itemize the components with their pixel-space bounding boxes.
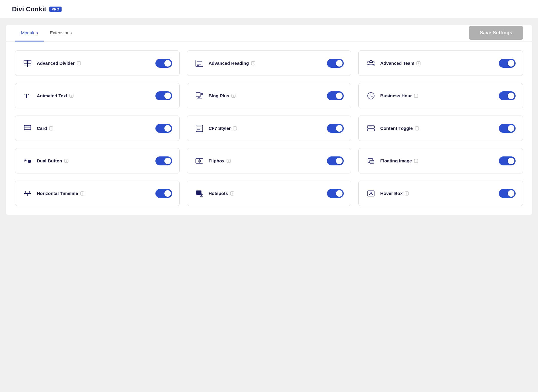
- module-info-icon-advanced-team[interactable]: [416, 61, 421, 66]
- module-toggle-flipbox[interactable]: [327, 156, 344, 165]
- svg-rect-52: [367, 129, 375, 131]
- save-settings-button[interactable]: Save Settings: [469, 26, 523, 40]
- module-label-wrap-business-hour: Business Hour: [380, 93, 418, 98]
- module-info-icon-flipbox[interactable]: [226, 159, 231, 163]
- module-name-cf7-styler: CF7 Styler: [209, 126, 231, 131]
- module-label-wrap-flipbox: Flipbox: [209, 158, 231, 163]
- svg-rect-70: [370, 160, 374, 163]
- module-label-wrap-floating-image: Floating Image: [380, 158, 418, 163]
- module-info-icon-hover-box[interactable]: [404, 191, 409, 196]
- module-info-icon-content-toggle[interactable]: [415, 126, 419, 131]
- svg-rect-91: [368, 191, 374, 196]
- module-info-icon-cf7-styler[interactable]: [233, 126, 237, 131]
- module-toggle-advanced-heading[interactable]: [327, 59, 344, 68]
- module-toggle-horizontal-timeline[interactable]: [155, 189, 172, 198]
- module-info-icon-horizontal-timeline[interactable]: [80, 191, 85, 196]
- svg-point-83: [82, 192, 82, 193]
- module-icon-card: [22, 123, 33, 133]
- module-info-icon-floating-image[interactable]: [414, 159, 418, 163]
- module-label-wrap-blog-plus: Blog Plus: [209, 93, 236, 98]
- module-toggle-advanced-divider[interactable]: [155, 59, 172, 68]
- module-icon-animated-text: T: [22, 91, 33, 101]
- module-card-business-hour: Business Hour: [358, 83, 523, 108]
- svg-point-95: [407, 192, 407, 193]
- module-toggle-business-hour[interactable]: [499, 91, 516, 100]
- module-icon-hover-box: [366, 188, 376, 199]
- module-info-icon-blog-plus[interactable]: [231, 93, 236, 98]
- svg-rect-0: [24, 60, 27, 63]
- module-name-hover-box: Hover Box: [380, 191, 403, 196]
- module-info-icon-hotspots[interactable]: [230, 191, 235, 196]
- module-label-wrap-content-toggle: Content Toggle: [380, 126, 419, 131]
- module-info-icon-dual-button[interactable]: [64, 159, 69, 163]
- module-toggle-card[interactable]: [155, 124, 172, 133]
- module-card-hover-box: Hover Box: [358, 181, 523, 206]
- module-toggle-advanced-team[interactable]: [499, 59, 516, 68]
- module-icon-content-toggle: [366, 123, 376, 133]
- module-name-content-toggle: Content Toggle: [380, 126, 413, 131]
- module-card-animated-text: T Animated Text: [15, 83, 180, 108]
- module-icon-floating-image: [366, 156, 376, 166]
- module-info-icon-animated-text[interactable]: [69, 93, 74, 98]
- svg-text:T: T: [25, 92, 29, 100]
- tab-modules[interactable]: Modules: [15, 25, 44, 41]
- module-name-advanced-team: Advanced Team: [380, 61, 414, 66]
- module-card-horizontal-timeline: Horizontal Timeline: [15, 181, 180, 206]
- module-name-card: Card: [37, 126, 47, 131]
- module-toggle-floating-image[interactable]: [499, 156, 516, 165]
- module-card-card: Card: [15, 116, 180, 141]
- svg-point-76: [27, 193, 28, 194]
- module-name-advanced-divider: Advanced Divider: [37, 61, 75, 66]
- module-card-advanced-heading: Advanced Heading: [187, 50, 351, 76]
- module-left-advanced-divider: Advanced Divider: [22, 58, 81, 68]
- svg-point-16: [368, 61, 369, 63]
- svg-rect-39: [24, 125, 31, 127]
- svg-point-92: [370, 192, 372, 194]
- module-label-wrap-animated-text: Animated Text: [37, 93, 74, 98]
- svg-point-24: [71, 95, 72, 95]
- module-name-blog-plus: Blog Plus: [209, 93, 229, 98]
- module-card-cf7-styler: CF7 Styler: [187, 116, 351, 141]
- module-icon-advanced-team: [366, 58, 376, 68]
- module-toggle-hover-box[interactable]: [499, 189, 516, 198]
- module-toggle-animated-text[interactable]: [155, 91, 172, 100]
- module-card-content-toggle: Content Toggle: [358, 116, 523, 141]
- svg-point-43: [51, 127, 51, 127]
- module-info-icon-card[interactable]: [49, 126, 54, 131]
- module-label-wrap-advanced-team: Advanced Team: [380, 61, 421, 66]
- module-icon-flipbox: [194, 156, 204, 166]
- module-left-dual-button: 0| Dual Button: [22, 156, 69, 166]
- tabs-left: Modules Extensions: [15, 25, 78, 41]
- app-header: Divi Conkit PRO: [0, 0, 538, 19]
- module-left-hotspots: Hotspots: [194, 188, 235, 199]
- module-icon-dual-button: 0|: [22, 156, 33, 166]
- svg-point-37: [416, 95, 416, 95]
- svg-point-20: [418, 62, 419, 62]
- module-toggle-hotspots[interactable]: [327, 189, 344, 198]
- app-title: Divi Conkit: [12, 5, 46, 13]
- module-name-animated-text: Animated Text: [37, 93, 67, 98]
- module-toggle-blog-plus[interactable]: [327, 91, 344, 100]
- module-toggle-dual-button[interactable]: [155, 156, 172, 165]
- svg-point-15: [370, 60, 372, 63]
- module-name-advanced-heading: Advanced Heading: [209, 61, 249, 66]
- module-icon-advanced-divider: [22, 58, 33, 68]
- svg-point-57: [417, 127, 417, 127]
- module-info-icon-advanced-divider[interactable]: [77, 61, 81, 66]
- module-name-horizontal-timeline: Horizontal Timeline: [37, 191, 78, 196]
- module-left-hover-box: Hover Box: [366, 188, 409, 199]
- module-card-flipbox: Flipbox: [187, 148, 351, 173]
- module-card-advanced-divider: Advanced Divider: [15, 50, 180, 76]
- module-info-icon-business-hour[interactable]: [414, 93, 418, 98]
- module-left-advanced-team: Advanced Team: [366, 58, 421, 68]
- page-wrapper: Modules Extensions Save Settings Advance…: [0, 19, 538, 221]
- module-left-animated-text: T Animated Text: [22, 91, 74, 101]
- tabs-header: Modules Extensions Save Settings: [6, 25, 532, 41]
- module-toggle-cf7-styler[interactable]: [327, 124, 344, 133]
- module-toggle-content-toggle[interactable]: [499, 124, 516, 133]
- tab-extensions[interactable]: Extensions: [44, 25, 78, 41]
- svg-point-68: [228, 160, 229, 160]
- module-left-flipbox: Flipbox: [194, 156, 231, 166]
- module-info-icon-advanced-heading[interactable]: [251, 61, 256, 66]
- module-icon-business-hour: [366, 91, 376, 101]
